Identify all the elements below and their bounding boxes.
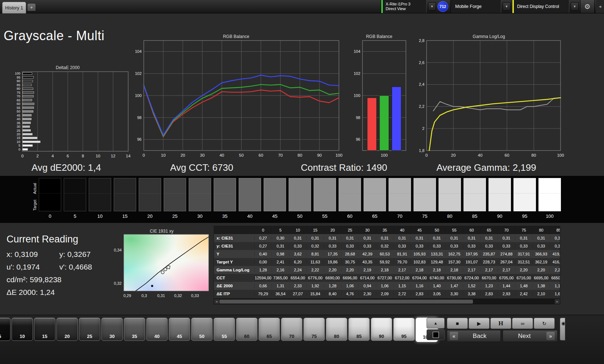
tab-history-1[interactable]: History 1 <box>2 2 26 13</box>
target-row-label: Target <box>33 192 38 218</box>
source-chevron-icon[interactable]: ▼ <box>503 2 511 11</box>
source-dropdown[interactable]: Mobile Forge <box>450 0 501 13</box>
table-cell: 2,09 <box>376 292 394 296</box>
svg-text:10: 10 <box>161 153 166 157</box>
measurement-count-badge[interactable]: 712 <box>437 1 448 12</box>
level-35-button[interactable]: 35 <box>124 318 145 341</box>
table-cell: 42,39 <box>359 252 376 256</box>
pattern-window-button[interactable] <box>427 329 445 340</box>
pause-button[interactable]: H <box>490 318 511 329</box>
table-cell: 105,93 <box>411 252 428 256</box>
swatch-level-label: 5 <box>64 213 86 219</box>
table-cell: 60,53 <box>376 252 394 256</box>
level-75-button[interactable]: 75 <box>303 318 325 341</box>
meter-mode-label: Direct View <box>386 7 426 11</box>
table-cell: 81,91 <box>394 252 411 256</box>
svg-text:50: 50 <box>239 153 244 157</box>
table-cell: 0,31 <box>359 236 376 240</box>
table-cell: 2,20 <box>515 268 533 272</box>
svg-text:100: 100 <box>335 153 342 157</box>
level-80-button[interactable]: 80 <box>326 318 347 341</box>
scroll-up-button[interactable]: ▲ <box>427 318 445 329</box>
gray-swatch <box>139 178 161 211</box>
gray-swatch <box>189 178 211 211</box>
table-row-label: ΔE ITP <box>214 292 255 296</box>
level-50-button[interactable]: 50 <box>191 318 213 341</box>
level-90-button[interactable]: 90 <box>371 318 392 341</box>
svg-text:104: 104 <box>135 49 142 54</box>
level-button-label: 5 <box>0 334 10 339</box>
svg-text:98: 98 <box>137 115 142 120</box>
meter-chevron-icon[interactable]: ▼ <box>428 2 436 11</box>
svg-text:0: 0 <box>18 148 20 151</box>
play-button[interactable]: ▶ <box>469 318 490 329</box>
level-70-button[interactable]: 70 <box>281 318 302 341</box>
level-5-button[interactable]: 5 <box>0 318 11 341</box>
table-row: x: CIE310,270,300,310,310,310,310,310,31… <box>214 234 560 242</box>
display-control-chevron-icon[interactable]: ▼ <box>571 2 579 11</box>
gray-swatch <box>39 178 61 211</box>
read-series-button[interactable]: ↻ <box>534 318 555 329</box>
level-30-button[interactable]: 30 <box>101 318 123 341</box>
level-55-button[interactable]: 55 <box>214 318 235 341</box>
swatch-level-label: 85 <box>464 213 486 219</box>
stop-button[interactable]: ■ <box>447 318 468 329</box>
level-25-button[interactable]: 25 <box>79 318 100 341</box>
scroll-right-arrow[interactable]: ► <box>555 299 560 304</box>
table-cell: 0,31 <box>515 236 533 240</box>
level-40-button[interactable]: 40 <box>146 318 168 341</box>
display-control-dropdown[interactable]: Direct Display Control <box>512 0 569 13</box>
svg-text:80: 80 <box>298 153 302 157</box>
table-cell: 0,33 <box>463 244 481 248</box>
table-cell: 0,98 <box>272 252 289 256</box>
level-45-button[interactable]: 45 <box>169 318 190 341</box>
level-65-button[interactable]: 65 <box>259 318 280 341</box>
level-20-button[interactable]: 20 <box>56 318 78 341</box>
deltae-chart: DeltaE 2000 0510152025303540455055606570… <box>3 64 133 162</box>
reading-x: x: 0,3109 <box>7 250 57 259</box>
add-tab-button[interactable]: + <box>28 4 35 11</box>
table-column-header: 15 <box>307 228 324 232</box>
table-column-header: 85 <box>550 228 560 232</box>
scroll-left-arrow[interactable]: ◄ <box>214 299 219 304</box>
svg-text:0,32: 0,32 <box>114 281 122 285</box>
table-row-label: Gamma Log/Log <box>214 268 255 272</box>
table-row-label: Y <box>214 252 255 256</box>
table-cell: 6696,00 <box>341 276 359 280</box>
level-85-button[interactable]: 85 <box>348 318 370 341</box>
gray-swatch <box>538 178 561 211</box>
scrollbar-thumb[interactable] <box>219 300 473 304</box>
table-header-row: 0510152025303540455055606570758085 <box>214 226 560 234</box>
table-cell: 197,95 <box>463 252 481 256</box>
meter-dropdown[interactable]: X-Rite i1Pro 3 Direct View <box>381 0 427 13</box>
swatch-level-label: 80 <box>439 213 461 219</box>
continuous-read-button[interactable]: ∞ <box>512 318 533 329</box>
level-15-button[interactable]: 15 <box>34 318 55 341</box>
swatch-level-label: 70 <box>389 213 411 219</box>
level-10-button[interactable]: 10 <box>12 318 33 341</box>
table-cell: 0,33 <box>550 244 560 248</box>
table-row: y: CIE310,270,310,330,320,330,330,330,32… <box>214 242 560 250</box>
clipped-button[interactable]: ◉ <box>560 318 565 340</box>
table-cell: 1,17 <box>550 284 560 288</box>
svg-text:10: 10 <box>17 140 20 144</box>
table-column-header: 80 <box>533 228 550 232</box>
level-95-button[interactable]: 95 <box>393 318 415 341</box>
table-cell: 6712,00 <box>394 276 411 280</box>
table-cell: 6724,00 <box>463 276 481 280</box>
settings-button[interactable]: ⚙ <box>580 0 595 13</box>
table-scrollbar[interactable]: ◄ ► <box>214 299 560 304</box>
display-control-indicator <box>512 0 514 13</box>
table-cell: 2,83 <box>481 292 498 296</box>
table-cell: 0,33 <box>324 244 341 248</box>
table-cell: 162,75 <box>446 252 463 256</box>
rgb-balance-line-chart: RGB Balance 9698100102104010203040506070… <box>127 33 345 161</box>
svg-text:70: 70 <box>17 94 20 98</box>
table-column-header: 70 <box>498 228 515 232</box>
collapse-panel-button[interactable]: ◀ <box>596 0 604 13</box>
table-cell: 2,19 <box>359 268 376 272</box>
level-60-button[interactable]: 60 <box>236 318 257 341</box>
next-button[interactable]: Next » <box>503 330 558 342</box>
back-button[interactable]: « Back <box>447 330 501 342</box>
table-cell: 1,06 <box>376 284 394 288</box>
